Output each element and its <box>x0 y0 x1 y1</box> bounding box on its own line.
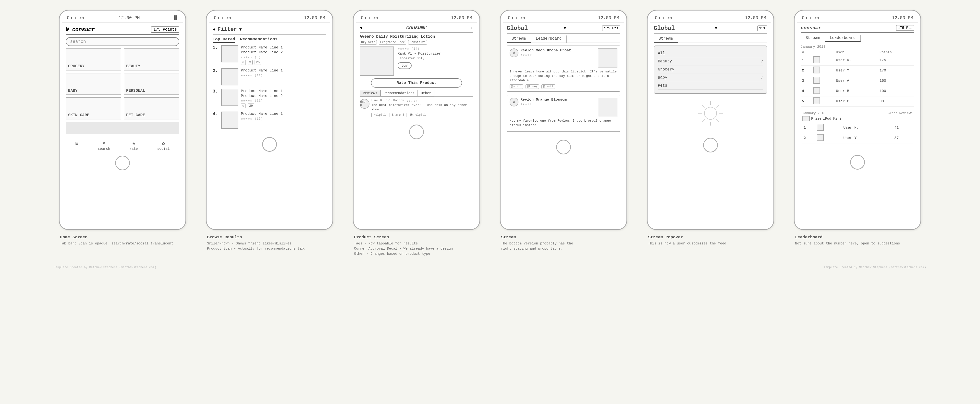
product-item-2[interactable]: 2. Product Name Line 1 ★★★★☆ (11) <box>213 68 326 86</box>
buy-button[interactable]: Buy <box>398 62 412 69</box>
unhelpful-button[interactable]: Unhelpful <box>408 113 428 117</box>
popover-dropdown-icon[interactable]: ▼ <box>715 26 718 30</box>
category-petcare[interactable]: PET CARE <box>124 97 179 119</box>
popover-stream-tab[interactable]: Stream <box>654 35 678 43</box>
leaderboard-tab[interactable]: Leaderboard <box>825 35 861 42</box>
tab-rate-label: rate <box>130 147 138 151</box>
reviewer-name: User N. <box>371 99 384 103</box>
dislike-icon-1[interactable]: ☹ <box>248 60 253 65</box>
post-header-2: A Revlon Orange Blossom ★★★☆☆ <box>510 98 617 117</box>
browse-home-button[interactable] <box>262 137 277 152</box>
product-caption-line2: Corner Approval Decal - We already have … <box>354 246 479 251</box>
prize-value-label: iPod Mini <box>823 117 842 120</box>
prize-name-label: Prize <box>811 117 821 120</box>
home-tab-bar: ⊞ ⌕ search ★ rate ✿ social <box>66 138 179 151</box>
prize-month-label: January 2013 <box>802 111 826 115</box>
tab-top-rated[interactable]: Top Rated <box>213 37 235 43</box>
product-item-4[interactable]: 4. Product Name Line 1 ★★★★☆ (15) <box>213 112 326 129</box>
post-product-info-2: Revlon Orange Blossom ★★★☆☆ <box>520 98 594 106</box>
product-name-4a: Product Name Line 1 <box>241 112 326 116</box>
leaderboard-home-button[interactable] <box>850 155 865 170</box>
stream-post-2[interactable]: A Revlon Orange Blossom ★★★☆☆ Not my fav… <box>507 95 620 132</box>
tag-sensitive[interactable]: Sensitive <box>408 40 427 44</box>
product-thumb-3 <box>221 89 239 106</box>
home-screen-wrapper: Carrier 12:00 PM ▐▌ W consumr 175 Points… <box>54 10 191 246</box>
product-stars-3: ★★★★☆ (11) <box>241 98 326 103</box>
product-item-3[interactable]: 3. Product Name Line 1 Product Name Line… <box>213 89 326 108</box>
popover-home-button[interactable] <box>703 138 718 152</box>
product-item-1[interactable]: 1. Product Name Line 1 Product Name Line… <box>213 45 326 65</box>
popover-phone-frame: Carrier 12:00 PM Global ▼ 151 Stream All <box>647 10 774 230</box>
product-caption-title: Product Screen <box>354 235 479 239</box>
leaderboard-stream-tab[interactable]: Stream <box>801 35 825 42</box>
browse-caption-title: Browse Results <box>207 235 332 239</box>
tab-search[interactable]: ⌕ search <box>98 140 110 151</box>
tab-rate[interactable]: ★ rate <box>130 140 138 151</box>
popover-option-beauty[interactable]: Beauty ✓ <box>658 57 763 66</box>
category-skincare[interactable]: SKIN CARE <box>66 97 121 119</box>
col-rank: # <box>801 50 812 55</box>
keyboard-area <box>66 122 179 134</box>
popover-option-pets[interactable]: Pets <box>658 82 763 90</box>
popover-option-baby[interactable]: Baby ✓ <box>658 73 763 82</box>
popover-option-grocery[interactable]: Grocery <box>658 66 763 73</box>
product-back-button[interactable]: ◄ <box>360 26 362 30</box>
tab-social[interactable]: ✿ social <box>157 140 170 151</box>
leaderboard-status-bar: Carrier 12:00 PM <box>797 16 918 22</box>
popover-option-all[interactable]: All <box>658 50 763 57</box>
stream-tabs: Stream Leaderboard <box>507 35 620 43</box>
product-cart-icon[interactable]: ⊞ <box>471 25 473 30</box>
product-home-button[interactable] <box>409 125 424 139</box>
browse-tabs: Top Rated Recommendations <box>213 37 326 43</box>
mention-2[interactable]: @funny <box>525 84 539 89</box>
tab-recommendations[interactable]: Recommendations <box>240 37 278 43</box>
tab-scan[interactable]: ⊞ <box>75 140 78 151</box>
tag-fragrance[interactable]: Fragrance Free <box>379 40 406 44</box>
like-icon-3[interactable]: ☺ <box>241 103 246 108</box>
browse-time: 12:00 PM <box>304 16 325 20</box>
mention-3[interactable]: @nwott <box>541 84 555 89</box>
rate-this-product-button[interactable]: Rate This Product <box>371 78 462 87</box>
share-button[interactable]: Share 3 <box>390 113 406 117</box>
home-carrier: Carrier <box>67 16 86 20</box>
helpful-button[interactable]: Helpful <box>371 113 388 117</box>
mention-1[interactable]: @mbill <box>510 84 523 89</box>
home-nav-bar: W consumr 175 Points <box>66 25 179 35</box>
search-bar[interactable]: search <box>66 37 179 46</box>
leaderboard-carrier: Carrier <box>802 16 821 20</box>
screens-row: Carrier 12:00 PM ▐▌ W consumr 175 Points… <box>5 10 975 257</box>
tag-dry-skin[interactable]: Dry Skin <box>360 40 377 44</box>
stream-title: Global <box>507 25 528 32</box>
avatar-3 <box>813 77 820 84</box>
post-header-1: A Revlon Moon Drops Frost ★★★★☆ <box>510 48 617 68</box>
product-carrier: Carrier <box>361 16 380 20</box>
product-caption: Product Screen Tags - Now tappable for r… <box>353 235 480 257</box>
tab-recs[interactable]: Recommendations <box>380 90 418 97</box>
svg-line-8 <box>702 119 705 122</box>
stream-post-1[interactable]: A Revlon Moon Drops Frost ★★★★☆ I never … <box>507 46 620 92</box>
category-grocery[interactable]: GROCERY <box>66 48 121 70</box>
stream-tab-leaderboard[interactable]: Leaderboard <box>531 35 567 43</box>
table-row: 5 User C 90 <box>801 97 914 107</box>
stream-dropdown-icon[interactable]: ▼ <box>564 26 566 30</box>
stream-status-bar: Carrier 12:00 PM <box>503 16 624 22</box>
browse-carrier: Carrier <box>214 16 232 20</box>
prize-avatar-2 <box>817 134 824 141</box>
svg-point-0 <box>705 107 717 119</box>
filter-icon[interactable]: ▼ <box>239 27 242 32</box>
stream-tab-stream[interactable]: Stream <box>507 35 531 43</box>
table-row: 1 User N. 41 <box>802 123 913 133</box>
category-beauty[interactable]: BEAUTY <box>124 48 179 70</box>
browse-back-button[interactable]: ◄ <box>213 27 215 32</box>
category-baby[interactable]: BABY <box>66 73 121 95</box>
tab-reviews[interactable]: Reviews <box>360 90 380 97</box>
stream-points-badge: 175 Pts <box>602 25 620 31</box>
avatar-2 <box>813 67 820 73</box>
home-button[interactable] <box>115 155 130 170</box>
product-thumb-4 <box>221 112 239 129</box>
stream-phone-frame: Carrier 12:00 PM Global ▼ 175 Pts Stream… <box>500 10 627 230</box>
tab-other[interactable]: Other <box>418 90 434 97</box>
stream-home-button[interactable] <box>556 140 571 154</box>
category-personal[interactable]: PERSONAL <box>124 73 179 95</box>
like-icon-1[interactable]: ☺ <box>241 60 246 65</box>
